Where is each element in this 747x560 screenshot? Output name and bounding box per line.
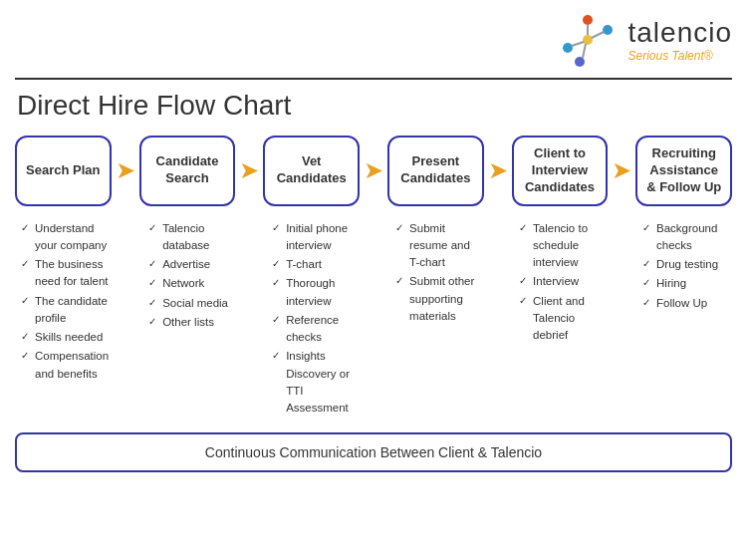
- detail-item: Network: [148, 275, 232, 292]
- logo-icon: [558, 10, 618, 70]
- detail-list-3: Submit resume and T-chartSubmit other su…: [395, 220, 479, 326]
- detail-item: Hiring: [642, 275, 726, 292]
- arrow-icon-3: ➤: [488, 158, 508, 182]
- detail-list-0: Understand your companyThe business need…: [21, 220, 109, 383]
- arrow-icon-2: ➤: [364, 158, 383, 182]
- detail-spacer-0: [115, 216, 142, 423]
- detail-item: The business need for talent: [21, 256, 109, 291]
- detail-spacer-1: [238, 216, 266, 423]
- detail-item: Drug testing: [642, 256, 726, 273]
- header: talencio Serious Talent®: [15, 10, 732, 80]
- arrow-2: ➤: [360, 136, 387, 206]
- svg-point-1: [583, 15, 593, 25]
- detail-item: Skills needed: [21, 329, 109, 346]
- logo-name: talencio: [627, 17, 732, 49]
- flow-step-present-candidates: Present Candidates: [387, 136, 484, 206]
- detail-item: Other lists: [148, 314, 232, 331]
- detail-item: Initial phone interview: [272, 220, 356, 255]
- flow-step-candidate-search: Candidate Search: [139, 136, 236, 206]
- detail-item: Submit other supporting materials: [395, 273, 479, 325]
- detail-item: Submit resume and T-chart: [395, 220, 479, 272]
- detail-col-4: Talencio to schedule interviewInterviewC…: [513, 216, 609, 423]
- page-title: Direct Hire Flow Chart: [15, 90, 732, 122]
- detail-spacer-4: [609, 216, 636, 423]
- detail-item: Insights Discovery or TTI Assessment: [272, 348, 356, 417]
- svg-point-0: [583, 35, 593, 45]
- arrow-icon-0: ➤: [116, 158, 135, 182]
- arrow-4: ➤: [608, 136, 635, 206]
- svg-line-8: [583, 44, 586, 58]
- flow-step-search-plan: Search Plan: [15, 136, 112, 206]
- svg-line-6: [572, 42, 584, 46]
- detail-item: Compensation and benefits: [21, 348, 109, 383]
- logo-tagline: Serious Talent®: [627, 49, 732, 63]
- detail-item: Advertise: [148, 256, 232, 273]
- detail-item: Follow Up: [642, 295, 726, 312]
- detail-spacer-3: [485, 216, 513, 423]
- arrow-3: ➤: [484, 136, 512, 206]
- flow-step-vet-candidates: Vet Candidates: [263, 136, 360, 206]
- page-wrapper: talencio Serious Talent® Direct Hire Flo…: [0, 0, 747, 482]
- detail-item: Talencio database: [148, 220, 232, 255]
- svg-point-3: [603, 25, 613, 35]
- arrow-1: ➤: [235, 136, 263, 206]
- logo-text: talencio Serious Talent®: [627, 17, 732, 63]
- detail-item: Client and Talencio debrief: [519, 293, 603, 345]
- detail-list-4: Talencio to schedule interviewInterviewC…: [519, 220, 603, 345]
- flowchart-row: Search Plan➤Candidate Search➤Vet Candida…: [15, 136, 732, 206]
- arrow-icon-1: ➤: [239, 158, 259, 182]
- arrow-0: ➤: [112, 136, 139, 206]
- detail-list-2: Initial phone interviewT-chartThorough i…: [272, 220, 356, 418]
- detail-item: Social media: [148, 295, 232, 312]
- detail-item: Talencio to schedule interview: [519, 220, 603, 272]
- detail-item: Thorough interview: [272, 275, 356, 310]
- detail-list-1: Talencio databaseAdvertiseNetworkSocial …: [148, 220, 232, 332]
- detail-col-1: Talencio databaseAdvertiseNetworkSocial …: [142, 216, 238, 423]
- bottom-bar: Continuous Communication Between Client …: [15, 432, 732, 472]
- detail-spacer-2: [362, 216, 389, 423]
- svg-point-4: [575, 57, 585, 67]
- detail-col-3: Submit resume and T-chartSubmit other su…: [389, 216, 485, 423]
- detail-item: Interview: [519, 273, 603, 290]
- detail-col-2: Initial phone interviewT-chartThorough i…: [266, 216, 362, 423]
- detail-col-5: Background checksDrug testingHiringFollo…: [636, 216, 732, 423]
- detail-list-5: Background checksDrug testingHiringFollo…: [642, 220, 726, 312]
- detail-col-0: Understand your companyThe business need…: [15, 216, 115, 423]
- svg-line-7: [592, 32, 604, 38]
- detail-item: Understand your company: [21, 220, 109, 255]
- svg-point-2: [563, 43, 573, 53]
- detail-item: The candidate profile: [21, 293, 109, 328]
- details-row: Understand your companyThe business need…: [15, 216, 732, 423]
- detail-item: T-chart: [272, 256, 356, 273]
- arrow-icon-4: ➤: [612, 158, 631, 182]
- detail-item: Reference checks: [272, 312, 356, 347]
- flow-step-recruiting-assistance: Recruiting Assistance & Follow Up: [635, 136, 732, 206]
- detail-item: Background checks: [642, 220, 726, 255]
- flow-step-client-interview: Client to Interview Candidates: [512, 136, 609, 206]
- logo-container: talencio Serious Talent®: [558, 10, 732, 70]
